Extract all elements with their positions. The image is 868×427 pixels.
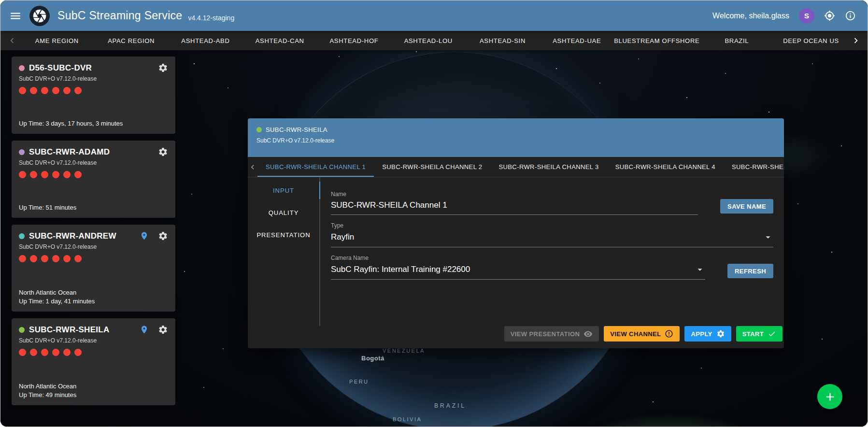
- device-uptime: Up Time: 51 minutes: [19, 204, 168, 211]
- tab-input[interactable]: INPUT: [248, 179, 319, 201]
- channel-tab-bar: SUBC-RWR-SHEILA CHANNEL 1 SUBC-RWR-SHEIL…: [248, 157, 784, 177]
- device-settings-button[interactable]: [158, 63, 168, 73]
- region-tab[interactable]: BLUESTREAM OFFSHORE: [614, 37, 699, 44]
- menu-button[interactable]: [9, 10, 22, 22]
- region-tab[interactable]: BRAZIL: [699, 37, 774, 44]
- region-tab[interactable]: ASHTEAD-HOF: [317, 37, 391, 44]
- channel-tab[interactable]: SUBC-RWR-SHEIL: [724, 157, 784, 177]
- device-settings-button[interactable]: [158, 147, 168, 157]
- view-presentation-button[interactable]: VIEW PRESENTATION: [504, 326, 599, 342]
- dropdown-arrow-icon: [695, 264, 705, 275]
- camera-select-value: SubC Rayfin: Internal Training #22600: [331, 265, 695, 274]
- device-card[interactable]: D56-SUBC-DVR SubC DVR+O v7.12.0-release …: [12, 57, 175, 134]
- channel-tab[interactable]: SUBC-RWR-SHEILA CHANNEL 4: [607, 157, 724, 177]
- plus-icon: [824, 390, 837, 403]
- region-tab[interactable]: ASHTEAD-SIN: [466, 37, 540, 44]
- signal-dots: [19, 255, 168, 262]
- type-field-group: Type Rayfin: [331, 222, 773, 247]
- dropdown-arrow-icon: [763, 232, 773, 242]
- apply-button[interactable]: APPLY: [684, 326, 731, 342]
- view-presentation-label: VIEW PRESENTATION: [511, 330, 580, 338]
- info-button[interactable]: [845, 10, 856, 21]
- signal-dot: [52, 349, 59, 356]
- region-tab[interactable]: APAC REGION: [94, 37, 169, 44]
- device-settings-button[interactable]: [158, 231, 168, 241]
- signal-dot: [63, 349, 71, 356]
- tab-quality[interactable]: QUALITY: [248, 201, 319, 224]
- gear-icon: [158, 63, 168, 73]
- refresh-button[interactable]: REFRESH: [727, 264, 773, 278]
- signal-dot: [63, 87, 71, 94]
- camera-field-label: Camera Name: [331, 255, 705, 261]
- eye-icon: [583, 329, 593, 339]
- region-tabs: AME REGION APAC REGION ASHTEAD-ABD ASHTE…: [20, 37, 848, 44]
- gear-icon: [158, 231, 168, 241]
- device-status-dot: [19, 233, 25, 239]
- signal-dot: [30, 87, 37, 94]
- dialog-device-version: SubC DVR+O v7.12.0-release: [256, 137, 775, 144]
- device-version: SubC DVR+O v7.12.0-release: [19, 75, 168, 82]
- app-logo: [29, 6, 50, 26]
- device-uptime: Up Time: 49 minutes: [19, 391, 168, 399]
- regions-scroll-left-button[interactable]: [4, 35, 20, 46]
- signal-dots: [19, 87, 168, 94]
- start-button[interactable]: START: [736, 326, 783, 342]
- channel-tab[interactable]: SUBC-RWR-SHEILA CHANNEL 2: [374, 157, 490, 177]
- region-tab[interactable]: ASHTEAD-UAE: [540, 37, 614, 44]
- device-card[interactable]: SUBC-RWR-SHEILA SubC DVR+O v7.12.0-relea…: [12, 318, 175, 405]
- signal-dot: [74, 255, 82, 262]
- region-tab[interactable]: ASHTEAD-LOU: [391, 37, 466, 44]
- signal-dots: [19, 171, 168, 178]
- view-channel-label: VIEW CHANNEL: [610, 330, 661, 338]
- device-settings-button[interactable]: [158, 325, 168, 335]
- signal-dot: [41, 171, 48, 178]
- save-name-button[interactable]: SAVE NAME: [720, 199, 773, 214]
- region-tab[interactable]: ASHTEAD-ABD: [169, 37, 243, 44]
- channel-tab[interactable]: SUBC-RWR-SHEILA CHANNEL 1: [257, 157, 374, 177]
- device-location-button[interactable]: [140, 231, 149, 241]
- type-field-label: Type: [331, 222, 773, 229]
- name-field-label: Name: [331, 191, 698, 198]
- app-window: Bogotá VENEZUELA PERU BRAZIL BOLIVIA Sub…: [0, 0, 868, 427]
- camera-field-group: Camera Name SubC Rayfin: Internal Traini…: [331, 255, 705, 280]
- signal-dot: [30, 349, 37, 356]
- camera-select[interactable]: SubC Rayfin: Internal Training #22600: [331, 261, 705, 280]
- region-tab[interactable]: ASHTEAD-CAN: [242, 37, 317, 44]
- map-label-country: VENEZUELA: [383, 348, 425, 354]
- info-icon: [845, 10, 856, 21]
- signal-dot: [19, 255, 26, 262]
- signal-dot: [19, 349, 26, 356]
- signal-dot: [41, 349, 48, 356]
- device-status-dot: [19, 149, 25, 155]
- view-channel-button[interactable]: VIEW CHANNEL: [604, 326, 680, 342]
- signal-dot: [74, 171, 82, 178]
- device-location-button[interactable]: [140, 325, 149, 334]
- dialog-header: SUBC-RWR-SHEILA SubC DVR+O v7.12.0-relea…: [248, 118, 784, 157]
- channel-tab[interactable]: SUBC-RWR-SHEILA CHANNEL 3: [490, 157, 607, 177]
- dialog-actions: VIEW PRESENTATION VIEW CHANNEL APPLY STA…: [248, 326, 784, 348]
- app-version: v4.4.12-staging: [188, 14, 234, 22]
- device-uptime: Up Time: 3 days, 17 hours, 3 minutes: [19, 120, 168, 127]
- regions-scroll-right-button[interactable]: [848, 35, 864, 46]
- signal-dot: [30, 255, 37, 262]
- signal-dot: [74, 87, 82, 94]
- device-location: North Atlantic Ocean: [19, 383, 168, 390]
- device-status-dot: [256, 127, 262, 132]
- device-dialog: SUBC-RWR-SHEILA SubC DVR+O v7.12.0-relea…: [248, 118, 784, 348]
- device-card[interactable]: SUBC-RWR-ADAMD SubC DVR+O v7.12.0-releas…: [12, 141, 175, 218]
- type-select[interactable]: Rayfin: [331, 229, 773, 247]
- device-card[interactable]: SUBC-RWR-ANDREW SubC DVR+O v7.12.0-relea…: [12, 225, 175, 312]
- region-tab[interactable]: AME REGION: [20, 37, 94, 44]
- signal-dot: [52, 171, 59, 178]
- signal-dot: [41, 255, 48, 262]
- avatar[interactable]: S: [799, 8, 814, 24]
- device-name: SUBC-RWR-SHEILA: [29, 325, 130, 335]
- name-input[interactable]: [331, 200, 698, 210]
- add-device-fab[interactable]: [817, 384, 842, 409]
- chevron-left-icon: [7, 35, 17, 46]
- region-tab[interactable]: DEEP OCEAN US: [774, 37, 848, 44]
- channels-scroll-left-button[interactable]: [248, 157, 257, 177]
- tab-presentation[interactable]: PRESENTATION: [248, 224, 319, 246]
- my-location-button[interactable]: [824, 10, 835, 21]
- aperture-logo-icon: [32, 8, 47, 24]
